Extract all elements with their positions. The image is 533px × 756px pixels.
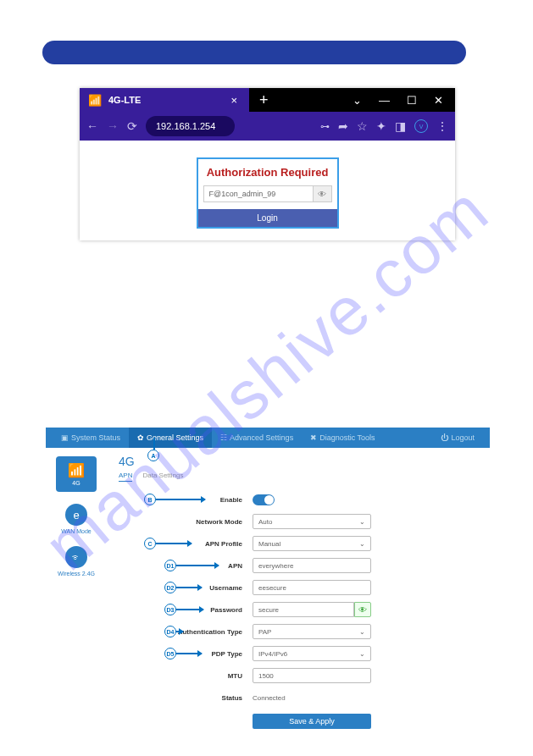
tab-close-icon[interactable]: × [227,94,241,107]
arrow-icon [156,543,192,544]
arrow-icon [176,565,219,566]
wrench-icon: ✖ [310,433,317,442]
ie-icon[interactable]: e [65,504,87,526]
decorative-bar [42,41,466,64]
sidebar-wan-label[interactable]: WAN Mode [61,528,92,534]
login-header: Authorization Required [198,159,337,185]
sidebar-4g[interactable]: 📶 4G [56,456,97,492]
save-apply-button[interactable]: Save & Apply [253,714,371,729]
eye-slash-icon[interactable]: 👁 [314,185,332,202]
auth-type-select[interactable]: PAP⌄ [253,624,371,639]
annotation-d2: D2 [164,582,176,593]
chevron-down-icon: ⌄ [359,518,365,526]
tab-strip: 📶 4G-LTE × + ⌄ — ☐ ✕ [80,88,455,112]
label-network-mode: Network Mode [196,518,242,526]
browser-window: 📶 4G-LTE × + ⌄ — ☐ ✕ ← → ⟳ 192.168.1.254… [80,88,455,240]
label-password: Password [210,606,242,614]
label-pdp-type: PDP Type [211,650,242,658]
annotation-d5: D5 [164,648,176,659]
arrow-icon [176,653,202,654]
maximize-icon[interactable]: ☐ [407,94,417,107]
sliders-icon: ☷ [220,433,227,442]
menu-icon[interactable]: ⋮ [436,119,448,133]
router-main: 4G A APN Data Settings B Enable Network … [107,448,490,736]
wifi-icon[interactable]: ᯤ [65,546,87,568]
enable-toggle[interactable] [253,494,275,505]
wifi-icon: 📶 [88,94,102,107]
arrow-icon [156,499,205,500]
window-controls: ⌄ — ☐ ✕ [353,94,455,107]
apn-input[interactable]: everywhere [253,558,371,573]
annotation-a: A [147,450,159,461]
minimize-icon[interactable]: — [379,94,390,107]
sidebar-wifi-label[interactable]: Wireless 2.4G [58,571,95,577]
router-nav: ▣System Status ✿General Settings ☷Advanc… [46,428,490,448]
url-input[interactable]: 192.168.1.254 [146,116,235,136]
chevron-down-icon[interactable]: ⌄ [353,94,362,107]
annotation-d3: D3 [164,604,176,615]
label-auth-type: Authentication Type [178,628,242,636]
gear-icon: ✿ [137,433,144,442]
label-username: Username [209,584,242,592]
browser-tab-active[interactable]: 📶 4G-LTE × [80,88,249,112]
chevron-down-icon: ⌄ [359,540,365,548]
annotation-b: B [144,494,156,505]
forward-icon[interactable]: → [107,119,119,133]
nav-system-status[interactable]: ▣System Status [53,428,129,448]
nav-advanced-settings[interactable]: ☷Advanced Settings [212,428,302,448]
share-icon[interactable]: ➦ [338,119,348,133]
label-enable: Enable [220,496,242,504]
nav-logout[interactable]: ⏻Logout [432,428,483,448]
label-status: Status [222,694,242,702]
annotation-c: C [144,538,156,549]
router-admin: ▣System Status ✿General Settings ☷Advanc… [46,428,490,736]
reload-icon[interactable]: ⟳ [127,119,137,133]
address-bar: ← → ⟳ 192.168.1.254 ⊶ ➦ ☆ ✦ ◨ V ⋮ [80,112,455,141]
nav-general-settings[interactable]: ✿General Settings [129,428,212,448]
close-icon[interactable]: ✕ [434,94,443,107]
nav-diagnostic-tools[interactable]: ✖Diagnostic Tools [302,428,383,448]
profile-icon[interactable]: V [414,119,428,133]
eye-icon[interactable]: 👁 [354,602,371,617]
router-sidebar: 📶 4G e WAN Mode ᯤ Wireless 2.4G [46,448,107,736]
annotation-d1: D1 [164,560,176,571]
login-button[interactable]: Login [198,209,337,227]
power-icon: ⏻ [441,433,448,442]
signal-icon: 📶 [68,462,85,478]
status-value: Connected [253,694,286,702]
mtu-input[interactable]: 1500 [253,668,371,683]
apn-profile-select[interactable]: Manual⌄ [253,536,371,551]
monitor-icon: ▣ [61,433,69,442]
annotation-d4: D4 [164,626,176,637]
chevron-down-icon: ⌄ [359,650,365,658]
login-card: Authorization Required F@1con_admin_99 👁… [197,157,339,229]
page-title: 4G [119,455,135,468]
tab-data-settings[interactable]: Data Settings [142,472,183,482]
label-apn: APN [228,562,242,570]
label-apn-profile: APN Profile [205,540,242,548]
password-input[interactable]: secure [253,602,354,617]
username-input[interactable]: eesecure [253,580,371,595]
extension-icon[interactable]: ✦ [376,119,386,133]
tab-title: 4G-LTE [108,95,227,105]
star-icon[interactable]: ☆ [357,119,368,133]
back-icon[interactable]: ← [86,119,98,133]
pdp-type-select[interactable]: IPv4/IPv6⌄ [253,646,371,661]
tab-apn[interactable]: APN [119,472,132,482]
new-tab-icon[interactable]: + [249,91,279,109]
arrow-icon [176,609,203,610]
key-icon[interactable]: ⊶ [320,121,330,132]
chevron-down-icon: ⌄ [359,628,365,636]
arrow-icon [176,587,202,588]
label-mtu: MTU [228,672,242,680]
annotation-a-line [153,438,155,450]
panel-icon[interactable]: ◨ [395,119,406,133]
password-input[interactable]: F@1con_admin_99 [203,185,314,202]
arrow-icon [176,631,183,632]
network-mode-select[interactable]: Auto⌄ [253,514,371,529]
